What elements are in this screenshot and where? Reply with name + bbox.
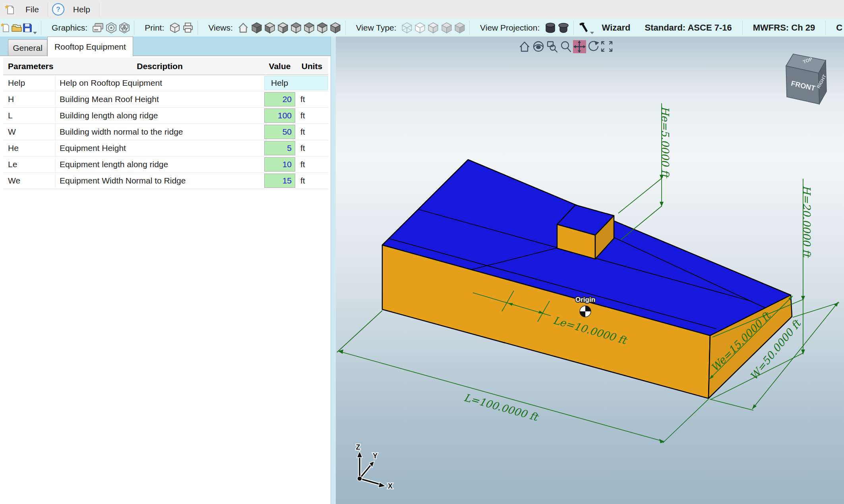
views-label: Views: (208, 23, 232, 33)
z-axis-label: Z (356, 443, 360, 451)
viewtype-hidden-line-icon[interactable] (414, 21, 427, 35)
parameter-table: Parameters Description Value Units HelpH… (3, 58, 328, 189)
help-question-glyph: ? (56, 6, 60, 14)
tab-general-label: General (13, 43, 43, 53)
help-button[interactable]: Help (264, 76, 328, 90)
value-input[interactable]: 15 (264, 174, 295, 188)
menu-separator (48, 3, 48, 16)
projection-perspective-icon[interactable] (557, 21, 570, 35)
view-type-label: View Type: (356, 23, 397, 33)
viewport-nav-toolbar (520, 40, 612, 53)
wizard-button[interactable]: Wizard (602, 23, 631, 33)
x-axis-arrow-icon (378, 482, 386, 488)
nav-zoom-icon[interactable] (561, 42, 571, 52)
row-description: Help on Rooftop Equipment (56, 75, 264, 91)
table-row: HBuilding Mean Roof Height20ft (3, 91, 328, 108)
print-label: Print: (145, 23, 164, 33)
graphics-copy-view-icon[interactable] (91, 21, 105, 35)
row-parameter: He (3, 140, 56, 156)
standard-label: Standard: ASCE 7-16 (645, 23, 732, 33)
row-description: Equipment Width Normal to Ridge (56, 173, 264, 189)
tools-hammer-icon[interactable] (577, 21, 590, 35)
menu-bar: File ? Help (0, 0, 844, 19)
row-parameter: We (3, 173, 56, 189)
view-home-icon[interactable] (237, 21, 250, 35)
open-file-icon[interactable] (11, 21, 22, 35)
graphics-label: Graphics: (52, 23, 87, 33)
graphics-3d-globe-icon[interactable] (105, 21, 118, 35)
header-description: Description (56, 62, 264, 71)
toolbar-separator (573, 21, 574, 35)
row-units: ft (296, 173, 328, 189)
value-input[interactable]: 50 (264, 125, 295, 139)
menu-help-label: Help (73, 5, 90, 14)
toolbar-separator (469, 21, 470, 35)
tab-rooftop-equipment[interactable]: Rooftop Equipment (47, 37, 133, 56)
y-axis-label: Y (373, 452, 377, 460)
viewtype-solid-icon[interactable] (453, 21, 466, 35)
view-back-cube-icon[interactable] (276, 21, 289, 35)
menu-file[interactable]: File (17, 0, 48, 19)
view-right-cube-icon[interactable] (302, 21, 316, 35)
value-input[interactable]: 10 (264, 157, 295, 172)
view-iso-cube-icon[interactable] (250, 21, 263, 35)
printer-icon[interactable] (181, 21, 194, 35)
tab-rooftop-equipment-label: Rooftop Equipment (54, 42, 126, 52)
viewtype-wireframe-icon[interactable] (401, 21, 414, 35)
graphics-render-icon[interactable] (118, 21, 131, 35)
nav-pan-icon[interactable] (573, 40, 586, 53)
viewtype-shaded1-icon[interactable] (427, 21, 440, 35)
nav-orbit-eye-icon[interactable] (534, 42, 543, 51)
tab-general[interactable]: General (8, 39, 47, 56)
table-row: LBuilding length along ridge100ft (3, 108, 328, 124)
toolbar-separator (197, 21, 198, 35)
save-icon[interactable] (22, 21, 33, 35)
value-input[interactable]: 5 (264, 141, 295, 155)
row-description: Equipment length along ridge (56, 156, 264, 172)
toolbar-separator (825, 21, 826, 35)
row-units: ft (296, 156, 328, 172)
tools-dropdown-caret-icon[interactable] (590, 32, 594, 34)
help-question-icon[interactable]: ? (52, 3, 64, 15)
row-parameter: W (3, 124, 56, 140)
row-parameter: H (3, 91, 56, 107)
toolbar-separator (134, 21, 134, 35)
nav-fit-expand-icon[interactable] (602, 42, 612, 51)
view-top-cube-icon[interactable] (316, 21, 329, 35)
table-row: LeEquipment length along ridge10ft (3, 156, 328, 173)
row-units: ft (296, 140, 328, 156)
view-cube[interactable]: TOP FRONT RIGHT (786, 54, 828, 104)
dimension-He: He=5.0000 ft (618, 103, 671, 240)
projection-parallel-icon[interactable] (544, 21, 557, 35)
app-window: { "menu_bar": { "file_label": "File", "h… (0, 0, 844, 504)
view-front-cube-icon[interactable] (263, 21, 276, 35)
nav-rotate-icon[interactable] (589, 41, 599, 50)
new-file-icon[interactable] (3, 4, 17, 15)
z-axis-arrow-icon (357, 451, 362, 458)
panel-tabstrip: General Rooftop Equipment (0, 37, 331, 56)
header-value: Value (264, 62, 296, 71)
toolbar-right-cluster: Wizard Standard: ASCE 7-16 MWFRS: Ch 29 … (595, 21, 844, 35)
main-toolbar: Graphics: Print: (0, 19, 844, 37)
axis-triad: Z Y X (356, 443, 393, 490)
value-input[interactable]: 100 (264, 108, 295, 123)
nav-zoom-window-icon[interactable] (548, 42, 557, 52)
table-header-row: Parameters Description Value Units (3, 58, 328, 75)
dim-H-label: H=20.0000 ft (801, 185, 813, 258)
menu-separator (99, 3, 99, 16)
save-dropdown-caret-icon[interactable] (33, 32, 37, 34)
row-units: ft (296, 124, 328, 140)
view-left-cube-icon[interactable] (289, 21, 302, 35)
table-row: WBuilding width normal to the ridge50ft (3, 124, 328, 140)
nav-home-icon[interactable] (520, 42, 529, 51)
viewport-3d[interactable]: L=100.0000 ft W=50.0000 ft We=15.0000 ft… (336, 37, 844, 504)
menu-file-label: File (25, 5, 39, 14)
new-document-icon[interactable] (0, 21, 11, 35)
print-view-icon[interactable] (168, 21, 181, 35)
menu-help[interactable]: Help (64, 0, 99, 19)
view-bottom-cube-icon[interactable] (329, 21, 342, 35)
scene-canvas[interactable]: L=100.0000 ft W=50.0000 ft We=15.0000 ft… (333, 37, 844, 504)
value-input[interactable]: 20 (264, 92, 295, 106)
row-description: Building Mean Roof Height (56, 91, 264, 107)
viewtype-shaded2-icon[interactable] (440, 21, 453, 35)
